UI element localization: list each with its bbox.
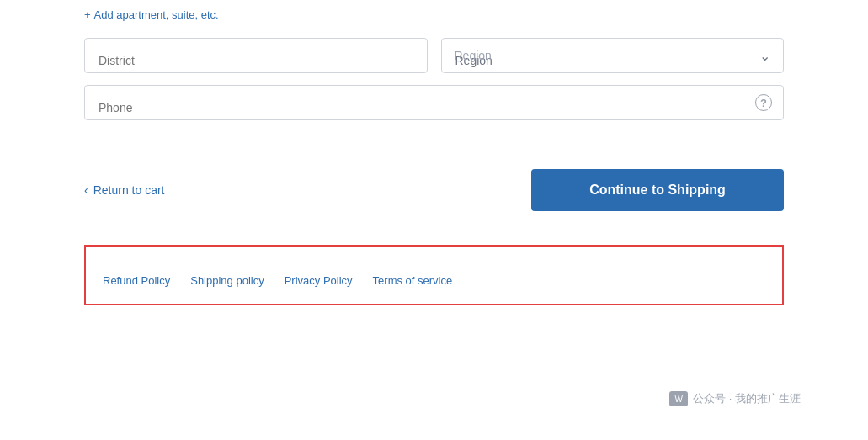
- phone-input[interactable]: [84, 85, 784, 120]
- plus-icon: +: [84, 8, 91, 21]
- footer-section: Refund Policy Shipping policy Privacy Po…: [84, 245, 784, 305]
- shipping-policy-link[interactable]: Shipping policy: [190, 274, 264, 287]
- region-field: Region ⌄ Region: [441, 38, 785, 73]
- hint-text: Add apartment, suite, etc.: [94, 8, 219, 21]
- district-field: [84, 38, 428, 73]
- district-input[interactable]: [84, 38, 428, 73]
- region-select[interactable]: Region: [441, 38, 785, 73]
- return-label: Return to cart: [93, 183, 165, 197]
- watermark: W 公众号 · 我的推广生涯: [669, 391, 801, 406]
- phone-row: ?: [84, 85, 784, 120]
- chevron-left-icon: ‹: [84, 183, 88, 197]
- district-region-row: Region ⌄ Region: [84, 38, 784, 73]
- phone-field: ?: [84, 85, 784, 120]
- refund-policy-link[interactable]: Refund Policy: [103, 274, 170, 287]
- footer-links: Refund Policy Shipping policy Privacy Po…: [86, 261, 782, 304]
- wechat-icon: W: [669, 391, 688, 406]
- add-apartment-hint[interactable]: + Add apartment, suite, etc.: [0, 0, 868, 29]
- terms-of-service-link[interactable]: Terms of service: [373, 274, 453, 287]
- continue-to-shipping-button[interactable]: Continue to Shipping: [531, 169, 784, 211]
- return-to-cart-link[interactable]: ‹ Return to cart: [84, 183, 165, 197]
- footer-divider: [86, 247, 782, 247]
- watermark-text: 公众号 · 我的推广生涯: [693, 391, 801, 406]
- privacy-policy-link[interactable]: Privacy Policy: [285, 274, 353, 287]
- actions-row: ‹ Return to cart Continue to Shipping: [0, 149, 868, 228]
